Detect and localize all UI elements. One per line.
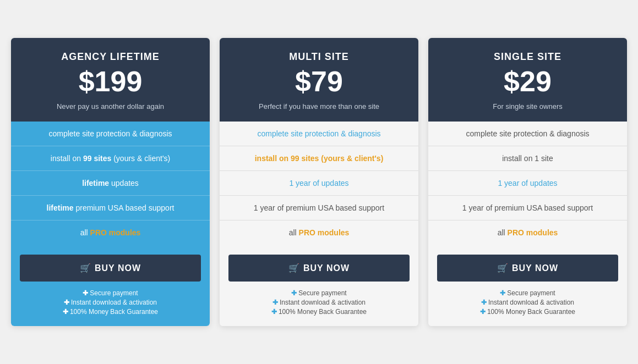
trust-icon: ✚ bbox=[500, 289, 505, 297]
plan-tagline-multi: Perfect if you have more than one site bbox=[231, 102, 407, 111]
trust-text: Secure payment bbox=[298, 289, 346, 297]
feature-text: all bbox=[289, 228, 299, 237]
trust-text: 100% Money Back Guarantee bbox=[70, 308, 158, 316]
feature-text: all bbox=[80, 228, 90, 237]
plan-tagline-agency: Never pay us another dollar again bbox=[22, 102, 199, 111]
feature-row-multi-0: complete site protection & diagnosis bbox=[220, 122, 418, 146]
feature-row-agency-1: install on 99 sites (yours & client's) bbox=[11, 146, 210, 171]
feature-row-single-0: complete site protection & diagnosis bbox=[428, 122, 627, 146]
trust-text: Secure payment bbox=[90, 289, 138, 297]
trust-icon: ✚ bbox=[291, 289, 297, 297]
feature-row-agency-2: lifetime updates bbox=[11, 171, 210, 196]
card-header-single: SINGLE SITE $29 For single site owners bbox=[428, 38, 627, 121]
trust-item-multi-2: ✚100% Money Back Guarantee bbox=[228, 308, 410, 316]
buy-button-agency[interactable]: 🛒BUY NOW bbox=[20, 255, 201, 282]
trust-icon: ✚ bbox=[480, 308, 486, 316]
feature-row-single-3: 1 year of premium USA based support bbox=[428, 196, 627, 220]
trust-item-single-0: ✚Secure payment bbox=[437, 289, 618, 297]
feature-text: 1 year of premium USA based support bbox=[254, 203, 384, 212]
trust-item-single-1: ✚Instant download & activation bbox=[437, 299, 618, 306]
feature-bold: 99 sites bbox=[83, 154, 111, 163]
card-header-multi: MULTI SITE $79 Perfect if you have more … bbox=[220, 38, 418, 121]
card-body-agency: complete site protection & diagnosisinst… bbox=[11, 122, 210, 245]
feature-text: install on 1 site bbox=[502, 154, 553, 163]
cart-icon: 🛒 bbox=[80, 263, 91, 273]
buy-button-multi[interactable]: 🛒BUY NOW bbox=[228, 255, 410, 282]
feature-row-agency-0: complete site protection & diagnosis bbox=[11, 122, 210, 146]
card-footer-multi: 🛒BUY NOW✚Secure payment✚Instant download… bbox=[220, 245, 418, 326]
buy-label: BUY NOW bbox=[512, 263, 558, 273]
feature-blue: 1 year of updates bbox=[289, 179, 348, 187]
plan-name-multi: MULTI SITE bbox=[231, 51, 407, 63]
feature-text: (yours & client's) bbox=[111, 154, 170, 163]
trust-icon: ✚ bbox=[272, 299, 278, 306]
feature-text: premium USA based support bbox=[74, 203, 175, 212]
card-footer-single: 🛒BUY NOW✚Secure payment✚Instant download… bbox=[428, 245, 627, 326]
pricing-container: AGENCY LIFETIME $199 Never pay us anothe… bbox=[11, 38, 627, 326]
pricing-card-agency: AGENCY LIFETIME $199 Never pay us anothe… bbox=[11, 38, 210, 326]
cart-icon: 🛒 bbox=[497, 263, 509, 273]
card-body-single: complete site protection & diagnosisinst… bbox=[428, 122, 627, 245]
feature-row-multi-1: install on 99 sites (yours & client's) bbox=[220, 146, 418, 171]
buy-label: BUY NOW bbox=[95, 263, 141, 273]
trust-item-multi-1: ✚Instant download & activation bbox=[228, 299, 410, 306]
feature-row-agency-3: lifetime premium USA based support bbox=[11, 196, 210, 220]
trust-icon: ✚ bbox=[64, 299, 69, 306]
feature-orange: PRO modules bbox=[299, 228, 350, 237]
plan-price-agency: $199 bbox=[22, 66, 199, 97]
feature-bold: lifetime bbox=[47, 203, 74, 212]
trust-icon: ✚ bbox=[481, 299, 487, 306]
trust-item-agency-1: ✚Instant download & activation bbox=[20, 299, 201, 306]
buy-label: BUY NOW bbox=[303, 263, 350, 273]
feature-text: 1 year of premium USA based support bbox=[462, 203, 593, 212]
trust-icon: ✚ bbox=[63, 308, 68, 316]
plan-price-multi: $79 bbox=[231, 66, 407, 97]
feature-text: complete site protection & diagnosis bbox=[48, 129, 172, 138]
feature-row-multi-3: 1 year of premium USA based support bbox=[220, 196, 418, 220]
card-header-agency: AGENCY LIFETIME $199 Never pay us anothe… bbox=[11, 38, 210, 121]
trust-item-single-2: ✚100% Money Back Guarantee bbox=[437, 308, 618, 316]
buy-button-single[interactable]: 🛒BUY NOW bbox=[437, 255, 618, 282]
trust-text: Instant download & activation bbox=[71, 299, 157, 306]
pricing-card-single: SINGLE SITE $29 For single site owners c… bbox=[428, 38, 627, 326]
card-body-multi: complete site protection & diagnosisinst… bbox=[220, 122, 418, 245]
feature-row-multi-2: 1 year of updates bbox=[220, 171, 418, 196]
trust-icon: ✚ bbox=[271, 308, 277, 316]
feature-orange: install on 99 sites (yours & client's) bbox=[255, 154, 384, 163]
plan-name-single: SINGLE SITE bbox=[439, 51, 616, 63]
trust-text: 100% Money Back Guarantee bbox=[487, 308, 575, 316]
feature-orange: PRO modules bbox=[90, 228, 141, 237]
feature-bold: lifetime bbox=[82, 179, 109, 187]
feature-text: complete site protection & diagnosis bbox=[466, 129, 589, 138]
trust-text: 100% Money Back Guarantee bbox=[279, 308, 367, 316]
feature-row-multi-4: all PRO modules bbox=[220, 220, 418, 245]
feature-row-single-1: install on 1 site bbox=[428, 146, 627, 171]
feature-orange: PRO modules bbox=[508, 228, 558, 237]
feature-row-single-2: 1 year of updates bbox=[428, 171, 627, 196]
plan-tagline-single: For single site owners bbox=[439, 102, 616, 111]
feature-row-single-4: all PRO modules bbox=[428, 220, 627, 245]
feature-row-agency-4: all PRO modules bbox=[11, 220, 210, 245]
feature-text: install on bbox=[51, 154, 83, 163]
trust-text: Instant download & activation bbox=[488, 299, 574, 306]
trust-icon: ✚ bbox=[83, 289, 88, 297]
trust-item-agency-0: ✚Secure payment bbox=[20, 289, 201, 297]
feature-text: all bbox=[498, 228, 508, 237]
trust-text: Secure payment bbox=[507, 289, 555, 297]
trust-item-agency-2: ✚100% Money Back Guarantee bbox=[20, 308, 201, 316]
pricing-card-multi: MULTI SITE $79 Perfect if you have more … bbox=[220, 38, 418, 326]
trust-item-multi-0: ✚Secure payment bbox=[228, 289, 410, 297]
feature-blue: complete site protection & diagnosis bbox=[257, 129, 380, 138]
plan-price-single: $29 bbox=[439, 66, 616, 97]
cart-icon: 🛒 bbox=[288, 263, 300, 273]
card-footer-agency: 🛒BUY NOW✚Secure payment✚Instant download… bbox=[11, 245, 210, 326]
feature-blue: 1 year of updates bbox=[498, 179, 557, 187]
plan-name-agency: AGENCY LIFETIME bbox=[22, 51, 199, 63]
trust-text: Instant download & activation bbox=[280, 299, 366, 306]
feature-text: updates bbox=[109, 179, 139, 187]
